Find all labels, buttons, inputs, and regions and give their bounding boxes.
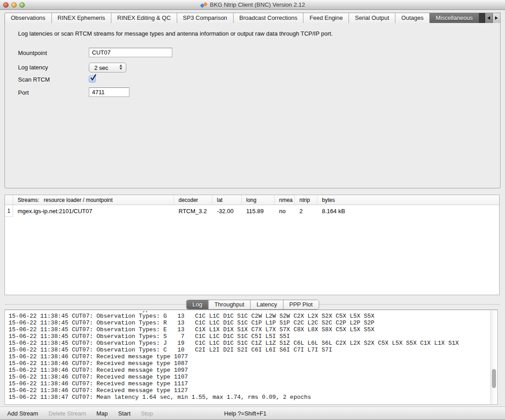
cell-ntrip: 2 [295, 208, 317, 215]
zoom-button[interactable] [19, 2, 25, 8]
port-label: Port [18, 89, 29, 96]
stepper-arrows-icon [119, 64, 122, 70]
log-line: 15-06-22 11:38:46 CUT07: Received messag… [9, 380, 490, 387]
miscellaneous-pane [5, 23, 500, 188]
pane-description: Log latencies or scan RTCM streams for m… [18, 30, 333, 37]
tab-rinex-editing-qc[interactable]: RINEX Editing & QC [111, 13, 177, 23]
add-stream-button[interactable]: Add Stream [7, 410, 38, 417]
log-line: 15-06-22 11:38:46 CUT07: Received messag… [9, 374, 490, 380]
log-line: 15-06-22 11:38:46 CUT07: Received messag… [9, 360, 490, 367]
log-line: 15-06-22 11:38:46 CUT07: Received messag… [9, 353, 490, 360]
checkmark-icon [89, 73, 97, 82]
window-title: BKG Ntrip Client (BNC) Version 2.12 [210, 1, 305, 8]
log-line: 15-06-22 11:38:47 CUT07: Mean latency 1.… [9, 394, 490, 401]
log-output[interactable]: 15-06-22 11:38:45 CUT07: Observation Typ… [5, 310, 490, 404]
cell-nmea: no [275, 208, 295, 215]
cell-long: 115.89 [242, 208, 275, 215]
header-mountpoint[interactable]: Streams: resource loader / mountpoint [13, 195, 174, 205]
log-line: 15-06-22 11:38:45 CUT07: Observation Typ… [9, 347, 490, 353]
tab-miscellaneous[interactable]: Miscellaneous [429, 13, 478, 23]
header-nmea[interactable]: nmea [275, 195, 295, 205]
log-panel: 15-06-22 11:38:45 CUT07: Observation Typ… [5, 310, 498, 405]
streams-table-header: Streams: resource loader / mountpoint de… [5, 195, 499, 205]
log-line: 15-06-22 11:38:45 CUT07: Observation Typ… [9, 333, 490, 340]
log-latency-label: Log latency [18, 64, 48, 71]
mountpoint-label: Mountpoint [18, 50, 47, 56]
close-button[interactable] [3, 2, 9, 8]
header-ntrip[interactable]: ntrip [295, 195, 317, 205]
log-latency-value: 2 sec [94, 64, 108, 71]
table-row[interactable]: 1 mgex.igs-ip.net:2101/CUT07 RTCM_3.2 -3… [5, 205, 499, 217]
help-shortcut-label: Help ?=Shift+F1 [224, 407, 266, 420]
port-input[interactable] [89, 87, 129, 97]
scan-rtcm-checkbox[interactable] [89, 76, 96, 82]
log-line: 15-06-22 11:38:46 CUT07: Received messag… [9, 367, 490, 374]
log-scrollbar[interactable] [490, 310, 497, 404]
log-scrollbar-thumb[interactable] [492, 369, 496, 388]
chevron-right-icon [495, 16, 498, 20]
row-number: 1 [5, 205, 13, 217]
header-decoder[interactable]: decoder [174, 195, 212, 205]
log-line: 15-06-22 11:38:45 CUT07: Observation Typ… [9, 340, 490, 347]
log-latency-select[interactable]: 2 sec [89, 63, 126, 73]
main-tab-bar: ObservationsRINEX EphemerisRINEX Editing… [5, 13, 500, 23]
chevron-left-icon [487, 16, 490, 20]
bottom-tab-log[interactable]: Log [187, 300, 208, 309]
title-bar: BKG Ntrip Client (BNC) Version 2.12 [0, 0, 505, 10]
bottom-tab-latency[interactable]: Latency [250, 300, 283, 309]
tab-observations[interactable]: Observations [5, 13, 51, 23]
cell-bytes: 8.164 kB [317, 208, 499, 215]
header-lat[interactable]: lat [212, 195, 242, 205]
cell-lat: -32.00 [212, 208, 242, 215]
log-line: 15-06-22 11:38:45 CUT07: Observation Typ… [9, 313, 490, 320]
log-line: 15-06-22 11:38:46 CUT07: Received messag… [9, 387, 490, 394]
status-bar: Add StreamDelete StreamMapStartStop Help… [0, 406, 505, 420]
delete-stream-button: Delete Stream [49, 410, 86, 417]
streams-table: Streams: resource loader / mountpoint de… [5, 195, 500, 295]
header-long[interactable]: long [242, 195, 275, 205]
header-row-number [5, 195, 13, 205]
header-bytes[interactable]: bytes [317, 195, 499, 205]
bottom-tab-ppp-plot[interactable]: PPP Plot [283, 300, 318, 309]
stop-button: Stop [141, 410, 153, 417]
tab-serial-output[interactable]: Serial Output [349, 13, 395, 23]
bottom-tab-throughput[interactable]: Throughput [208, 300, 250, 309]
scan-rtcm-label: Scan RTCM [18, 76, 50, 83]
tab-scroll-left-button[interactable] [485, 13, 492, 23]
app-icon [200, 2, 207, 8]
bottom-tab-bar: LogThroughputLatencyPPP Plot [186, 300, 319, 310]
tab-scroll-area [479, 13, 500, 23]
map-button[interactable]: Map [96, 410, 108, 417]
tab-broadcast-corrections[interactable]: Broadcast Corrections [233, 13, 303, 23]
start-button[interactable]: Start [118, 410, 130, 417]
log-line: 15-06-22 11:38:45 CUT07: Observation Typ… [9, 320, 490, 326]
cell-decoder: RTCM_3.2 [174, 208, 212, 215]
cell-mountpoint: mgex.igs-ip.net:2101/CUT07 [13, 208, 174, 215]
tab-feed-engine[interactable]: Feed Engine [303, 13, 349, 23]
minimize-button[interactable] [11, 2, 17, 8]
mountpoint-input[interactable] [89, 48, 172, 57]
log-line: 15-06-22 11:38:45 CUT07: Observation Typ… [9, 326, 490, 333]
tab-rinex-ephemeris[interactable]: RINEX Ephemeris [51, 13, 111, 23]
tab-outages[interactable]: Outages [395, 13, 429, 23]
tab-scroll-right-button[interactable] [492, 13, 500, 23]
tab-sp3-comparison[interactable]: SP3 Comparison [177, 13, 233, 23]
